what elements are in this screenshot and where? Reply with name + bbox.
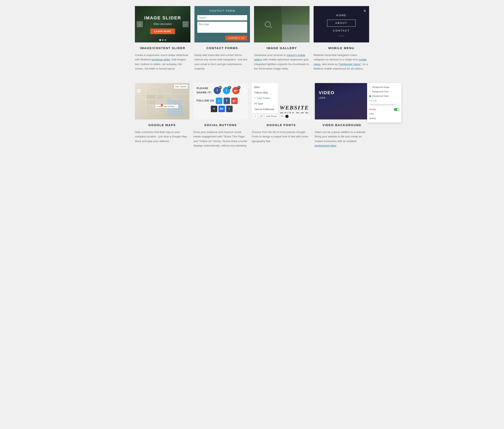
bootstrap-slider-link[interactable]: bootstrap slider xyxy=(152,58,170,61)
card-google-maps: Map Satellite ⊕ Empire State Building ✕ … xyxy=(135,83,189,148)
card-title-maps: GOOGLE MAPS xyxy=(135,123,189,127)
card-text-gallery: Showcase your pictures in masonry image … xyxy=(254,53,310,71)
font-indie-flower[interactable]: Indie Flower xyxy=(252,96,278,101)
card-text-mobile-2: , also know as xyxy=(321,63,339,66)
map-controls[interactable]: Map Satellite xyxy=(174,85,188,89)
slider-learn-more-button[interactable]: LEARN MORE xyxy=(150,28,175,34)
twitter-icon: t xyxy=(226,88,227,93)
toolbar-font-size[interactable]: 46 xyxy=(280,114,284,119)
dot-3 xyxy=(165,39,166,41)
twitter-follow-icon: t xyxy=(218,98,219,103)
slider-next-button[interactable]: › xyxy=(183,21,188,27)
video-overlay-text: VIDEO xyxy=(319,89,335,96)
card-text-maps-1: Help customers find their way to your co… xyxy=(135,131,187,143)
video-preview: VIDEO LDER Background Image Background C… xyxy=(315,83,369,119)
settings-overlay-toggle[interactable] xyxy=(394,108,400,111)
mobile-preview: ✕ HOME ABOUT CONTACT xyxy=(313,6,369,42)
toolbar-link-btn[interactable]: 🔗 xyxy=(259,114,263,119)
social-follow-icons: t f g+ xyxy=(216,98,238,104)
contact-message-input[interactable] xyxy=(197,22,247,33)
card-title-gallery: IMAGE GALLERY xyxy=(254,46,310,51)
facebook-icon: f xyxy=(217,88,218,93)
follow-github-button[interactable]: ⌗ xyxy=(211,106,217,112)
svg-rect-11 xyxy=(147,100,156,104)
tumblr-icon: t xyxy=(229,107,230,111)
card-image-gallery: IMAGE GALLERY Showcase your pictures in … xyxy=(254,6,310,71)
slider-desc: Slider description xyxy=(144,22,181,26)
contact-preview: CONTACT FORM CONTACT US xyxy=(194,6,250,42)
contact-name-input[interactable] xyxy=(197,15,247,20)
facebook-follow-icon: f xyxy=(226,98,227,103)
settings-radio-bg-color[interactable] xyxy=(369,91,371,93)
card-text-social: Grow your audience and improve social me… xyxy=(193,130,248,148)
card-text-slider: Create a responsive, touch-swipe slidesh… xyxy=(135,53,191,71)
settings-radio-bg-video[interactable] xyxy=(369,95,371,97)
card-text-contact: Easily add subscribe and contact forms w… xyxy=(194,53,250,71)
settings-youtube-input[interactable] xyxy=(369,103,400,107)
follow-facebook-button[interactable]: f xyxy=(224,98,230,104)
share-label: PLEASESHARE IT! xyxy=(197,86,212,95)
slider-preview: ‹ IMAGE SLIDER Slider description LEARN … xyxy=(135,6,191,42)
toolbar-color-picker[interactable] xyxy=(285,115,288,118)
font-pt-serif[interactable]: PT Serif xyxy=(252,101,278,107)
card-text-video: Video can be a great addition to a websi… xyxy=(315,130,369,148)
settings-label-bg-image: Background Image xyxy=(372,86,400,89)
mobile-menu-home[interactable]: HOME xyxy=(336,13,347,18)
settings-youtube-label: YouTube xyxy=(369,99,400,102)
map-compass[interactable]: ⊕ xyxy=(137,89,141,93)
googleplus-follow-icon: g+ xyxy=(233,98,236,103)
mobile-divider xyxy=(339,36,345,36)
toolbar-align-left[interactable]: ≡ xyxy=(253,114,258,119)
mobile-close-icon[interactable]: ✕ xyxy=(363,8,366,14)
dot-2 xyxy=(162,39,164,41)
card-text-maps: Help customers find their way to your co… xyxy=(135,130,189,143)
contact-submit-button[interactable]: CONTACT US xyxy=(225,36,247,40)
map-control-map[interactable]: Map xyxy=(175,85,179,88)
section-2: Map Satellite ⊕ Empire State Building ✕ … xyxy=(135,83,369,148)
settings-radio-bg-image[interactable] xyxy=(369,86,371,88)
slider-dots xyxy=(159,39,166,41)
mobile-menu-about[interactable]: ABOUT xyxy=(327,20,356,27)
follow-twitter-button[interactable]: t xyxy=(216,98,222,104)
follow-googleplus-button[interactable]: g+ xyxy=(231,98,238,104)
card-title-contact: CONTACT FORMS xyxy=(194,46,250,51)
settings-row-bg-color: Background Color xyxy=(369,89,400,94)
font-titillium[interactable]: Titillium Web xyxy=(252,90,278,96)
section-1: ‹ IMAGE SLIDER Slider description LEARN … xyxy=(135,6,369,71)
share-facebook-button[interactable]: f 102 xyxy=(214,87,221,94)
mobile-menu-contact[interactable]: CONTACT xyxy=(333,28,350,34)
gallery-preview xyxy=(254,6,310,42)
font-bitter[interactable]: Bitter xyxy=(252,85,278,90)
maps-preview: Map Satellite ⊕ Empire State Building ✕ … xyxy=(135,83,189,119)
share-twitter-button[interactable]: t 19 xyxy=(223,87,230,94)
card-title-social: SOCIAL BUTTONS xyxy=(193,123,248,127)
facebook-count: 102 xyxy=(219,86,222,89)
video-settings-panel: Background Image Background Color Backgr… xyxy=(367,83,401,123)
follow-behance-button[interactable]: Bē xyxy=(218,106,225,112)
googleplus-icon: g+ xyxy=(234,88,237,93)
map-control-satellite[interactable]: Satellite xyxy=(180,85,186,88)
settings-color-label: Color xyxy=(369,112,400,116)
card-title-video: VIDEO BACKGROUND xyxy=(315,123,369,127)
card-video-background: VIDEO LDER Background Image Background C… xyxy=(315,83,369,148)
card-text-contact-1: Easily add subscribe and contact forms w… xyxy=(194,54,247,70)
hamburger-menu-link[interactable]: "hamburger menu" xyxy=(339,63,361,66)
card-text-mobile: Mobirise horizontal navigation menu coll… xyxy=(313,53,369,71)
settings-row-bg-image: Background Image xyxy=(369,85,400,89)
background-video-link[interactable]: background video xyxy=(315,144,336,147)
slider-prev-button[interactable]: ‹ xyxy=(137,21,143,27)
social-preview: PLEASESHARE IT! f 102 t 19 g+ 47 F xyxy=(193,83,248,119)
follow-tumblr-button[interactable]: t xyxy=(226,106,233,112)
card-title-mobile-menu: MOBILE MENU xyxy=(313,46,369,51)
font-yanone[interactable]: Yanone Kaffeesatz xyxy=(252,107,278,112)
card-image-slider: ‹ IMAGE SLIDER Slider description LEARN … xyxy=(135,6,191,71)
map-label-close[interactable]: ✕ xyxy=(175,106,177,107)
toolbar-font-name[interactable]: Indie Flower xyxy=(265,114,278,119)
github-icon: ⌗ xyxy=(213,107,215,111)
settings-row-overlay: Overlay xyxy=(369,107,400,112)
card-social-buttons: PLEASESHARE IT! f 102 t 19 g+ 47 F xyxy=(193,83,248,148)
card-title-slider: IMAGE/CONTENT SLIDER xyxy=(135,46,191,51)
settings-opacity-label: Opacity xyxy=(369,117,400,120)
share-googleplus-button[interactable]: g+ 47 xyxy=(232,87,239,94)
settings-label-bg-video: Background Video xyxy=(372,95,400,98)
